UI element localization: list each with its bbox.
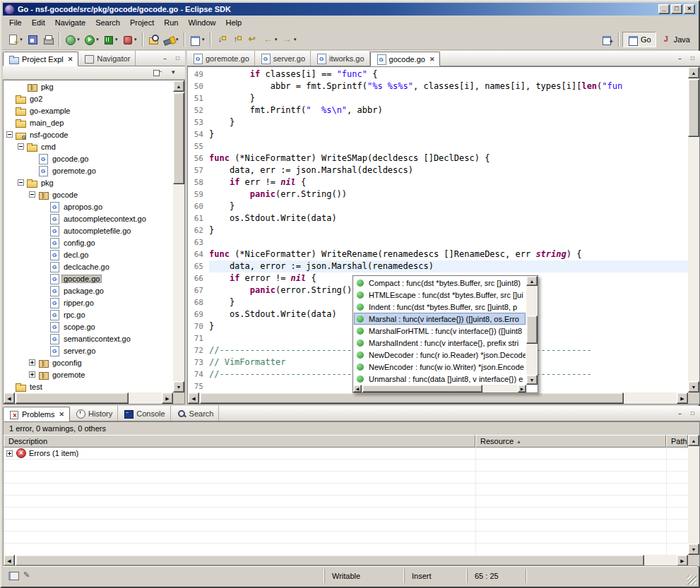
tree-item[interactable]: package.go [4, 284, 173, 296]
back-button[interactable]: ▼ [261, 32, 280, 47]
close-icon[interactable]: ✕ [68, 56, 73, 63]
minimize-view-icon[interactable] [675, 54, 685, 64]
dropdown-arrow-icon[interactable]: ▼ [114, 37, 119, 42]
popup-vscrollbar[interactable] [526, 276, 538, 385]
expand-icon[interactable] [29, 359, 35, 366]
code-line[interactable]: 52 fmt.Printf(" %s\n", abbr) [188, 104, 688, 116]
collapse-icon[interactable] [18, 143, 24, 150]
menu-navigate[interactable]: Navigate [50, 17, 90, 28]
popup-hscrollbar[interactable] [353, 385, 526, 392]
tab-history[interactable]: History [70, 406, 118, 421]
tree-item[interactable]: nsf-gocode [4, 128, 173, 140]
menu-file[interactable]: File [4, 17, 27, 28]
maximize-view-icon[interactable] [687, 409, 698, 419]
scroll-left-icon[interactable] [4, 555, 15, 566]
perspective-go[interactable]: Go [622, 32, 656, 47]
minimize-view-icon[interactable] [675, 409, 685, 419]
tree-item[interactable]: test [4, 380, 173, 392]
view-menu-button[interactable] [167, 67, 182, 79]
autocomplete-item[interactable]: NewDecoder : func(r io.Reader) *json.Dec… [354, 349, 526, 361]
code-line[interactable]: 49 if classes[i] == "func" { [188, 68, 688, 80]
column-header-path[interactable]: Path [666, 435, 688, 448]
tree-item[interactable]: semanticcontext.go [4, 332, 173, 344]
maximize-button[interactable]: □ [671, 4, 682, 14]
tab-gocode-go[interactable]: gocode.go✕ [370, 52, 441, 66]
autocomplete-item[interactable]: MarshalIndent : func(v interface{}, pref… [354, 337, 526, 349]
code-line[interactable]: 55 [188, 140, 688, 152]
autocomplete-item[interactable]: MarshalForHTML : func(v interface{}) ([]… [354, 325, 526, 337]
prev-annotation-button[interactable] [230, 32, 245, 47]
new-wizard-button[interactable]: ▼ [6, 32, 25, 47]
dropdown-arrow-icon[interactable]: ▼ [274, 37, 278, 42]
menu-edit[interactable]: Edit [27, 17, 50, 28]
tree-item[interactable]: declcache.go [4, 260, 173, 272]
scroll-thumb[interactable] [200, 392, 624, 404]
dropdown-arrow-icon[interactable]: ▼ [134, 37, 138, 42]
scroll-thumb[interactable] [526, 316, 538, 344]
close-button[interactable]: × [684, 4, 695, 14]
tree-item[interactable]: rpc.go [4, 308, 173, 320]
scroll-down-icon[interactable] [173, 381, 184, 392]
external-tools-button[interactable]: ▼ [63, 32, 82, 47]
code-line[interactable]: 58 if err != nil { [188, 176, 688, 188]
tree-item[interactable]: autocompletecontext.go [4, 212, 173, 224]
scroll-down-icon[interactable] [688, 381, 699, 392]
problems-row[interactable]: Errors (1 item) [4, 448, 688, 460]
tab-project-expl[interactable]: Project Expl✕ [3, 52, 78, 66]
code-line[interactable]: 59 panic(err.String()) [188, 188, 688, 200]
perspective-java[interactable]: Java [656, 32, 694, 47]
scroll-up-icon[interactable] [688, 67, 699, 78]
tree-item[interactable]: server.go [4, 344, 173, 356]
code-line[interactable]: 50 abbr = fmt.Sprintf("%s %s%s", classes… [188, 80, 688, 92]
autocomplete-item[interactable]: Indent : func(dst *bytes.Buffer, src []u… [354, 301, 526, 313]
scroll-right-icon[interactable] [518, 385, 526, 392]
tree-item[interactable]: pkg [4, 80, 173, 92]
editor-hscrollbar[interactable] [188, 392, 688, 404]
code-line[interactable]: 57 data, err := json.Marshal(decldescs) [188, 164, 688, 176]
scroll-thumb[interactable] [16, 555, 644, 566]
editor-vscrollbar[interactable] [688, 67, 699, 392]
fast-view-icon[interactable] [7, 570, 18, 582]
open-type-button[interactable] [146, 32, 162, 47]
minimize-view-icon[interactable] [160, 54, 170, 64]
scroll-thumb[interactable] [173, 92, 184, 184]
tree-item[interactable]: go-example [4, 104, 173, 116]
code-line[interactable]: 65 data, error := json.Marshal(renamedes… [188, 260, 688, 272]
profile-button[interactable]: ▼ [120, 32, 139, 47]
next-annotation-button[interactable] [214, 32, 230, 47]
last-edit-button[interactable] [245, 32, 261, 47]
explorer-vscrollbar[interactable] [173, 80, 184, 392]
tab-problems[interactable]: Problems✕ [3, 407, 70, 421]
autocomplete-item[interactable]: NewEncoder : func(w io.Writer) *json.Enc… [354, 361, 526, 373]
autocomplete-item[interactable]: Marshal : func(v interface{}) ([]uint8, … [354, 313, 526, 325]
scroll-up-icon[interactable] [688, 435, 699, 446]
print-button[interactable] [40, 32, 56, 47]
tree-item[interactable]: pkg [4, 176, 173, 188]
scroll-right-icon[interactable] [677, 555, 688, 566]
collapse-icon[interactable] [6, 131, 13, 138]
collapse-icon[interactable] [18, 179, 24, 186]
new-java-project-button[interactable]: ▼ [188, 32, 207, 47]
autocomplete-item[interactable]: Compact : func(dst *bytes.Buffer, src []… [354, 277, 526, 289]
tree-item[interactable]: decl.go [4, 248, 173, 260]
scroll-up-icon[interactable] [173, 80, 184, 92]
collapse-all-button[interactable] [150, 67, 165, 79]
menu-project[interactable]: Project [125, 17, 159, 28]
tab-itworks-go[interactable]: itworks.go [311, 51, 370, 66]
tab-search[interactable]: Search [171, 406, 220, 421]
tree-item[interactable]: apropos.go [4, 200, 173, 212]
search-button[interactable]: ▼ [162, 32, 181, 47]
tree-item[interactable]: go2 [4, 92, 173, 104]
menu-window[interactable]: Window [183, 17, 220, 28]
run-button[interactable]: ▼ [82, 32, 101, 47]
tree-item[interactable]: gocode [4, 188, 173, 200]
tree-item[interactable]: config.go [4, 236, 173, 248]
tree-item[interactable]: main_dep [4, 116, 173, 128]
scroll-right-icon[interactable] [677, 392, 688, 404]
code-line[interactable]: 51 } [188, 92, 688, 104]
code-line[interactable]: 60 } [188, 200, 688, 212]
scroll-up-icon[interactable] [526, 276, 538, 286]
problems-hscrollbar[interactable] [4, 555, 688, 566]
scroll-thumb[interactable] [362, 385, 482, 392]
dropdown-arrow-icon[interactable]: ▼ [293, 37, 297, 42]
